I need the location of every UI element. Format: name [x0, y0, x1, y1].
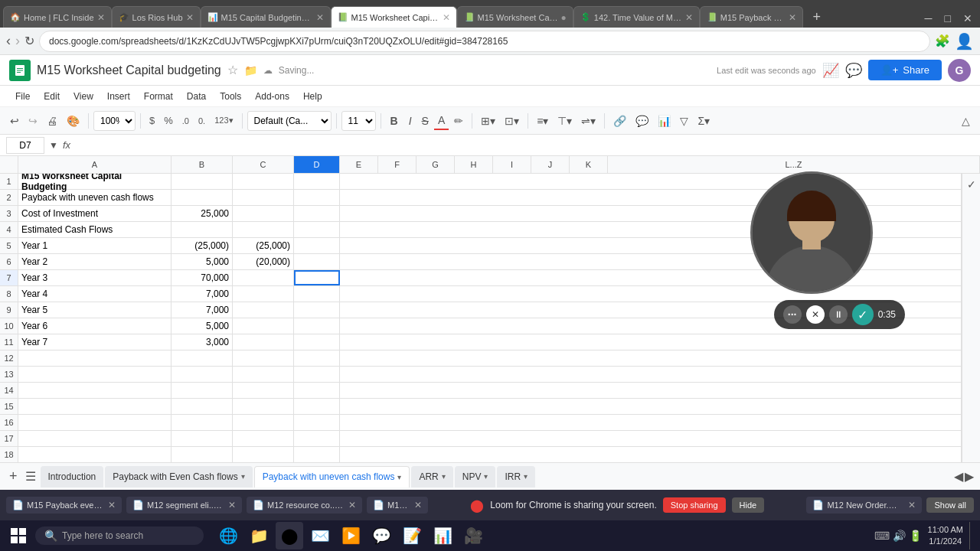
show-all-btn[interactable]: Show all [926, 497, 974, 513]
font-select[interactable]: Default (Ca... [247, 111, 332, 131]
browser-tab-5[interactable]: 📗 M15 Worksheet Capital bus... ● [457, 6, 573, 28]
comment-add-btn[interactable]: 💬 [632, 112, 652, 129]
row-header-16[interactable]: 16 [0, 415, 18, 431]
zoom-select[interactable]: 100% [93, 111, 136, 131]
cell-c8[interactable] [233, 286, 294, 302]
video-confirm-btn[interactable]: ✓ [852, 304, 874, 325]
user-avatar[interactable]: G [948, 59, 971, 82]
cell-c7[interactable] [233, 270, 294, 285]
strikethrough-btn[interactable]: S [418, 112, 433, 129]
download-item-5[interactable]: 📄 M12 New Order.mp4 ✕ [806, 497, 922, 514]
col-header-h[interactable]: H [455, 156, 493, 173]
col-header-g[interactable]: G [416, 156, 455, 173]
col-header-f[interactable]: F [378, 156, 416, 173]
cell-a7[interactable]: Year 3 [18, 270, 172, 285]
col-header-b[interactable]: B [172, 156, 233, 173]
cell-b5[interactable]: (25,000) [172, 238, 233, 253]
cell-c10[interactable] [233, 318, 294, 334]
menu-insert[interactable]: Insert [101, 89, 136, 104]
stop-sharing-btn[interactable]: Stop sharing [663, 497, 726, 513]
tab-payback-uneven[interactable]: Payback with uneven cash flows ▾ [254, 466, 410, 487]
address-input[interactable] [49, 36, 920, 47]
show-desktop-btn[interactable] [969, 522, 974, 549]
cell-c3[interactable] [233, 206, 294, 221]
browser-tab-6[interactable]: 💲 142. Time Value of Money - Bus... ✕ [573, 6, 700, 28]
cell-b6[interactable]: 5,000 [172, 254, 233, 269]
reload-btn[interactable]: ↻ [24, 34, 34, 48]
menu-file[interactable]: File [9, 89, 36, 104]
cell-c5[interactable]: (25,000) [233, 238, 294, 253]
row-header-4[interactable]: 4 [0, 222, 18, 238]
borders-btn[interactable]: ⊞▾ [477, 112, 499, 129]
download-close-2[interactable]: ✕ [228, 500, 236, 510]
row-header-17[interactable]: 17 [0, 431, 18, 447]
decimal-up-btn[interactable]: .0 [178, 114, 193, 128]
tab-arr[interactable]: ARR ▾ [411, 466, 452, 487]
cell-a9[interactable]: Year 5 [18, 302, 172, 318]
cell-d1[interactable] [294, 174, 340, 189]
profile-icon[interactable]: 👤 [955, 32, 974, 51]
browser-tab-1[interactable]: 🏠 Home | FLC Inside ✕ [3, 6, 112, 28]
font-size-select[interactable]: 11 [341, 111, 376, 131]
forward-btn[interactable]: › [15, 33, 20, 49]
link-btn[interactable]: 🔗 [609, 112, 630, 129]
italic-btn[interactable]: I [404, 112, 416, 129]
row-header-11[interactable]: 11 [0, 334, 18, 350]
download-close-4[interactable]: ✕ [414, 500, 422, 510]
cell-a3[interactable]: Cost of Investment [18, 206, 172, 221]
cell-c2[interactable] [233, 190, 294, 205]
row-header-8[interactable]: 8 [0, 286, 18, 302]
cell-d11[interactable] [294, 334, 340, 350]
cell-a5[interactable]: Year 1 [18, 238, 172, 253]
tab-close-6[interactable]: ✕ [685, 12, 693, 23]
share-button[interactable]: 👤+ Share [868, 60, 942, 80]
cell-d9[interactable] [294, 302, 340, 318]
cell-b9[interactable]: 7,000 [172, 302, 233, 318]
row-header-7[interactable]: 7 [0, 270, 18, 286]
row-header-14[interactable]: 14 [0, 383, 18, 399]
video-more-btn[interactable]: ··· [783, 305, 802, 324]
maximize-btn[interactable]: □ [940, 12, 956, 24]
extensions-icon[interactable]: 🧩 [935, 34, 950, 48]
percent-btn[interactable]: % [160, 112, 177, 129]
download-item-2[interactable]: 📄 M12 segment eli....mp4 ✕ [126, 497, 242, 514]
highlight-btn[interactable]: ✏ [450, 112, 467, 129]
cell-c9[interactable] [233, 302, 294, 318]
paint-format-btn[interactable]: 🎨 [63, 112, 83, 129]
row-header-2[interactable]: 2 [0, 190, 18, 206]
taskbar-app-mail[interactable]: ✉️ [306, 522, 334, 549]
new-tab-btn[interactable]: + [806, 6, 828, 28]
back-btn[interactable]: ‹ [6, 33, 11, 49]
valign-btn[interactable]: ⊤▾ [554, 112, 576, 129]
cell-b4[interactable] [172, 222, 233, 237]
download-item-4[interactable]: 📄 M12... ✕ [367, 497, 428, 514]
print-btn[interactable]: 🖨 [43, 112, 61, 129]
taskbar-app-teams[interactable]: 💬 [368, 522, 395, 549]
cell-a6[interactable]: Year 2 [18, 254, 172, 269]
menu-help[interactable]: Help [297, 89, 328, 104]
tab-close-4[interactable]: ✕ [443, 12, 450, 23]
add-sheet-btn[interactable]: + [6, 467, 21, 486]
col-header-d[interactable]: D [294, 156, 340, 173]
cell-d4[interactable] [294, 222, 340, 237]
cell-a11[interactable]: Year 7 [18, 334, 172, 350]
cell-b10[interactable]: 5,000 [172, 318, 233, 334]
windows-search-box[interactable]: 🔍 Type here to search [35, 527, 204, 545]
redo-btn[interactable]: ↪ [24, 112, 41, 129]
tab-irr[interactable]: IRR ▾ [497, 466, 535, 487]
tab-close-3[interactable]: ✕ [316, 12, 324, 23]
row-header-3[interactable]: 3 [0, 206, 18, 222]
menu-data[interactable]: Data [181, 89, 212, 104]
taskbar-app-files[interactable]: 📁 [245, 522, 273, 549]
comment-icon[interactable]: 💬 [845, 62, 862, 79]
wrap-btn[interactable]: ⇌▾ [577, 112, 599, 129]
hide-btn[interactable]: Hide [732, 497, 765, 513]
number-format-btn[interactable]: 123▾ [211, 113, 237, 128]
menu-tools[interactable]: Tools [214, 89, 247, 104]
row-header-6[interactable]: 6 [0, 254, 18, 270]
cell-d6[interactable] [294, 254, 340, 269]
cell-b1[interactable] [172, 174, 233, 189]
function-btn[interactable]: Σ▾ [694, 112, 714, 129]
drive-icon[interactable]: 📁 [244, 64, 257, 77]
row-header-18[interactable]: 18 [0, 447, 18, 462]
